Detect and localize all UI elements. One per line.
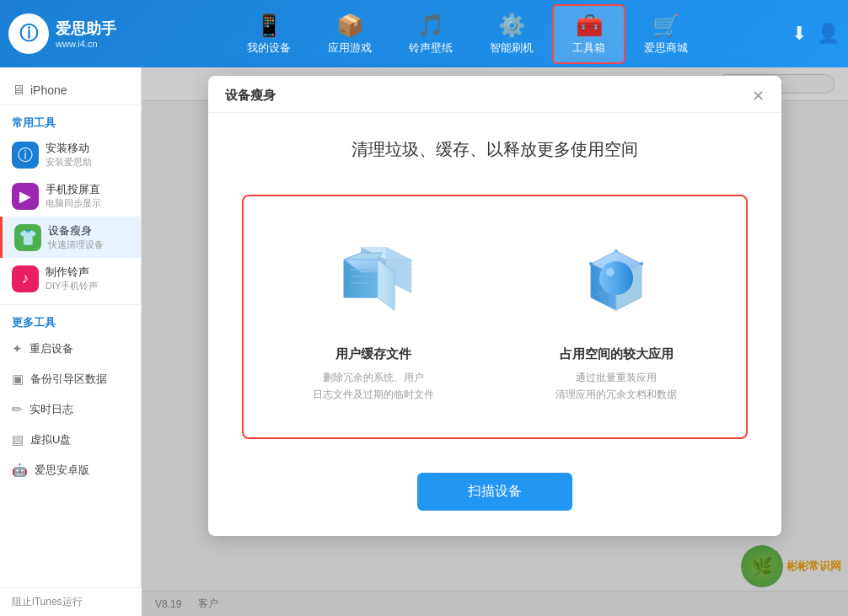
- install-app-icon: ⓘ: [12, 142, 39, 169]
- backup-label: 备份引导区数据: [30, 372, 107, 387]
- ringtone-icon: 🎵: [417, 13, 444, 39]
- sidebar-item-aisi-android[interactable]: 🤖 爱思安卓版: [0, 455, 141, 485]
- my-device-icon: 📱: [255, 13, 282, 39]
- screen-mirror-icon: ▶: [12, 183, 39, 210]
- toolbox-label: 工具箱: [572, 40, 605, 56]
- app-games-icon: 📦: [336, 13, 363, 39]
- option-card-cache[interactable]: 用户缓存文件 删除冗余的系统、用户 日志文件及过期的临时文件: [260, 222, 486, 412]
- ringtone-make-title: 制作铃声: [46, 265, 98, 280]
- device-label: iPhone: [30, 83, 67, 97]
- option-cards-container: 用户缓存文件 删除冗余的系统、用户 日志文件及过期的临时文件: [242, 195, 748, 439]
- smart-flash-icon: ⚙️: [498, 13, 525, 39]
- my-device-label: 我的设备: [247, 40, 291, 56]
- sidebar-device: 🖥 iPhone: [0, 76, 141, 105]
- itunes-label: 阻止iTunes运行: [12, 596, 83, 608]
- svg-point-20: [615, 249, 618, 253]
- nav-item-smart-flash[interactable]: ⚙️ 智能刷机: [471, 6, 552, 62]
- ringtone-make-icon: ♪: [12, 265, 39, 292]
- nav-item-toolbox[interactable]: 🧰 工具箱: [552, 4, 625, 64]
- android-icon: 🤖: [12, 463, 28, 478]
- nav-item-ringtone[interactable]: 🎵 铃声壁纸: [390, 6, 471, 62]
- brand-url: www.i4.cn: [56, 39, 116, 49]
- nav-item-aisi-store[interactable]: 🛒 爱思商城: [625, 6, 706, 62]
- slim-device-title: 设备瘦身: [48, 223, 104, 238]
- modal-close-button[interactable]: ✕: [752, 88, 765, 104]
- reboot-label: 重启设备: [30, 341, 73, 356]
- modal-header: 设备瘦身 ✕: [208, 76, 781, 113]
- logo-area: ⓘ 爱思助手 www.i4.cn: [8, 13, 143, 54]
- backup-icon: ▣: [12, 372, 24, 387]
- realtime-log-label: 实时日志: [30, 402, 73, 417]
- sidebar-item-realtime-log[interactable]: ✏ 实时日志: [0, 394, 141, 425]
- sidebar-item-ringtone[interactable]: ♪ 制作铃声 DIY手机铃声: [0, 258, 141, 299]
- slim-device-modal: 设备瘦身 ✕ 清理垃圾、缓存、以释放更多使用空间: [208, 76, 781, 536]
- svg-point-21: [640, 262, 643, 265]
- aisi-store-label: 爱思商城: [644, 40, 688, 56]
- sidebar: 🖥 iPhone 常用工具 ⓘ 安装移动 安装爱思助 ▶ 手机投屏直 电脑同步显…: [0, 67, 142, 616]
- svg-marker-6: [344, 253, 382, 260]
- screen-mirror-subtitle: 电脑同步显示: [46, 197, 101, 210]
- reboot-icon: ✦: [12, 341, 23, 356]
- option-card-apps[interactable]: 占用空间的较大应用 通过批量重装应用 清理应用的冗余文档和数据: [503, 222, 729, 412]
- sidebar-bottom-itunes[interactable]: 阻止iTunes运行: [0, 587, 142, 616]
- aisi-store-icon: 🛒: [652, 13, 679, 39]
- toolbox-icon: 🧰: [576, 13, 603, 39]
- app-header: ⓘ 爱思助手 www.i4.cn 📱 我的设备 📦 应用游戏 🎵 铃声壁纸 ⚙️…: [0, 0, 848, 67]
- install-app-title: 安装移动: [46, 141, 92, 156]
- user-icon[interactable]: 👤: [817, 23, 840, 45]
- apps-cube-icon: [570, 234, 663, 327]
- scan-device-button[interactable]: 扫描设备: [417, 473, 572, 511]
- log-icon: ✏: [12, 402, 23, 417]
- device-icon: 🖥: [12, 83, 25, 98]
- sidebar-item-install-app[interactable]: ⓘ 安装移动 安装爱思助: [0, 134, 141, 175]
- modal-body: 清理垃圾、缓存、以释放更多使用空间: [208, 113, 781, 536]
- sidebar-item-virtual-usb[interactable]: ▤ 虚拟U盘: [0, 425, 141, 455]
- header-right: ⬇ 👤: [792, 23, 840, 45]
- sidebar-item-screen-mirror[interactable]: ▶ 手机投屏直 电脑同步显示: [0, 175, 141, 217]
- nav-bar: 📱 我的设备 📦 应用游戏 🎵 铃声壁纸 ⚙️ 智能刷机 🧰 工具箱 🛒 爱思商…: [143, 4, 792, 64]
- slim-device-icon: 👕: [14, 224, 41, 251]
- apps-card-desc: 通过批量重装应用 清理应用的冗余文档和数据: [555, 369, 677, 404]
- svg-point-19: [589, 262, 593, 265]
- apps-card-title: 占用空间的较大应用: [560, 346, 674, 362]
- aisi-android-label: 爱思安卓版: [35, 463, 89, 478]
- cache-icon-area: [323, 230, 424, 331]
- install-app-subtitle: 安装爱思助: [46, 156, 92, 169]
- logo-text: 爱思助手 www.i4.cn: [56, 19, 116, 49]
- app-games-label: 应用游戏: [328, 40, 372, 56]
- sidebar-item-reboot[interactable]: ✦ 重启设备: [0, 334, 141, 364]
- virtual-usb-label: 虚拟U盘: [30, 432, 71, 447]
- usb-icon: ▤: [12, 432, 24, 447]
- main-wrapper: 🖥 iPhone 常用工具 ⓘ 安装移动 安装爱思助 ▶ 手机投屏直 电脑同步显…: [0, 67, 848, 616]
- ringtone-make-subtitle: DIY手机铃声: [46, 280, 98, 292]
- modal-subtitle: 清理垃圾、缓存、以释放更多使用空间: [352, 138, 638, 161]
- modal-title: 设备瘦身: [225, 88, 276, 104]
- cache-card-desc: 删除冗余的系统、用户 日志文件及过期的临时文件: [313, 369, 434, 404]
- sidebar-divider: [0, 304, 141, 305]
- section2-title: 更多工具: [0, 310, 141, 334]
- nav-item-app-games[interactable]: 📦 应用游戏: [309, 6, 390, 62]
- cache-cube-icon: [327, 234, 420, 327]
- brand-name: 爱思助手: [56, 19, 116, 39]
- svg-point-16: [599, 261, 633, 295]
- apps-icon-area: [566, 230, 667, 331]
- logo-icon: ⓘ: [8, 13, 49, 54]
- content-area: 🔍 设备瘦身 ✕ 清理垃圾、缓存、以释放更多使用空间: [142, 67, 848, 616]
- nav-item-my-device[interactable]: 📱 我的设备: [228, 6, 309, 62]
- ringtone-label: 铃声壁纸: [409, 40, 453, 56]
- svg-point-17: [606, 268, 615, 276]
- sidebar-item-slim-device[interactable]: 👕 设备瘦身 快速清理设备: [0, 217, 141, 258]
- smart-flash-label: 智能刷机: [490, 40, 534, 56]
- modal-overlay: 设备瘦身 ✕ 清理垃圾、缓存、以释放更多使用空间: [142, 67, 848, 616]
- slim-device-subtitle: 快速清理设备: [48, 238, 104, 251]
- section1-title: 常用工具: [0, 110, 141, 134]
- screen-mirror-title: 手机投屏直: [46, 182, 101, 197]
- cache-card-title: 用户缓存文件: [335, 346, 411, 362]
- sidebar-item-backup[interactable]: ▣ 备份引导区数据: [0, 364, 141, 394]
- download-icon[interactable]: ⬇: [792, 23, 807, 45]
